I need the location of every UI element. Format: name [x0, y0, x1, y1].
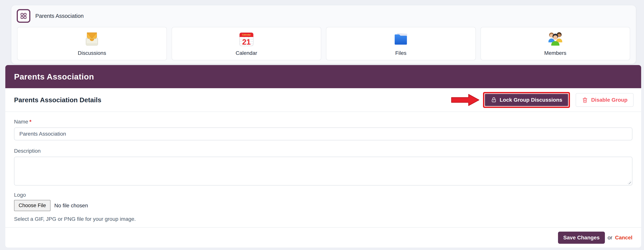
folder-icon: [393, 31, 409, 47]
file-status-text: No file chosen: [54, 203, 88, 209]
name-input[interactable]: [14, 127, 632, 140]
group-banner: Parents Association: [5, 65, 641, 88]
logo-label: Logo: [14, 192, 632, 198]
details-header: Parents Association Details Lock Grou: [5, 88, 641, 112]
card-discussions[interactable]: Discussions: [17, 27, 167, 60]
envelope-tray-icon: [84, 31, 100, 47]
details-form: Name* Description Logo Choose File No fi…: [5, 112, 641, 222]
calendar-header-text: Calendar: [242, 33, 251, 36]
banner-title: Parents Association: [5, 72, 94, 81]
card-label: Members: [544, 50, 566, 56]
or-text: or: [608, 235, 612, 241]
group-title: Parents Association: [35, 13, 84, 19]
card-label: Calendar: [236, 50, 257, 56]
card-files[interactable]: Files: [326, 27, 476, 60]
card-members[interactable]: Members: [480, 27, 630, 60]
group-quick-access-panel: Parents Association Discussions: [12, 5, 636, 64]
members-icon: [547, 31, 564, 47]
group-details-section: Parents Association Parents Association …: [5, 65, 641, 248]
name-label: Name*: [14, 119, 632, 125]
trash-icon: [582, 97, 588, 103]
group-details-panel: Parents Association Details Lock Grou: [5, 88, 641, 248]
save-changes-button[interactable]: Save Changes: [558, 232, 605, 244]
details-heading: Parents Association Details: [14, 96, 451, 104]
cancel-link[interactable]: Cancel: [615, 235, 632, 241]
lock-button-label: Lock Group Discussions: [500, 97, 562, 103]
lock-group-discussions-button[interactable]: Lock Group Discussions: [485, 94, 568, 106]
logo-file-input: Choose File No file chosen: [14, 200, 632, 211]
group-header: Parents Association: [12, 5, 636, 23]
calendar-day-text: 21: [242, 38, 250, 46]
annotation-arrow-icon: [451, 94, 480, 106]
card-label: Files: [395, 50, 406, 56]
disable-group-button[interactable]: Disable Group: [576, 93, 634, 107]
required-marker: *: [30, 119, 32, 125]
header-actions: Lock Group Discussions Disable Group: [451, 92, 634, 108]
description-label: Description: [14, 148, 632, 154]
calendar-icon: Calendar 21: [238, 31, 254, 47]
logo-help-text: Select a GIF, JPG or PNG file for your g…: [14, 216, 632, 222]
disable-button-label: Disable Group: [591, 97, 628, 103]
description-textarea[interactable]: [14, 157, 632, 186]
lock-icon: [490, 97, 497, 103]
feature-cards: Discussions Calendar 21: [12, 23, 636, 60]
description-field-wrapper: [14, 157, 632, 186]
card-calendar[interactable]: Calendar 21 Calendar: [172, 27, 322, 60]
annotation-highlight-box: Lock Group Discussions: [483, 92, 570, 108]
group-grid-icon: [17, 9, 30, 23]
name-label-text: Name: [14, 119, 28, 125]
card-label: Discussions: [78, 50, 106, 56]
details-footer: Save Changes or Cancel: [5, 227, 641, 248]
choose-file-button[interactable]: Choose File: [14, 200, 50, 211]
